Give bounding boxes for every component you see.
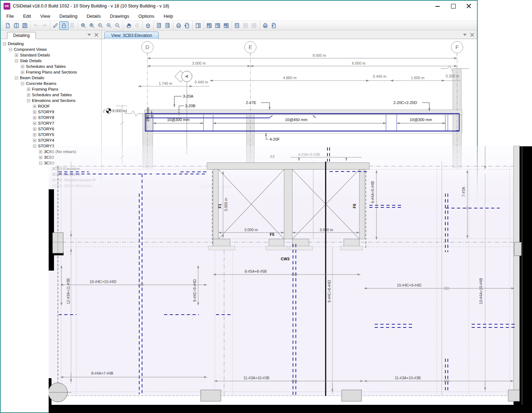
tree-item-story6[interactable]: +STORY6: [1, 126, 101, 132]
menu-drawings[interactable]: Drawings: [110, 13, 129, 19]
tree-item-elevations-sections[interactable]: −Elevations and Sections: [1, 98, 101, 103]
toggle-icon[interactable]: +: [27, 88, 30, 91]
panel-menu-caret-icon[interactable]: [87, 34, 91, 36]
save-button[interactable]: [21, 22, 29, 29]
redo-button[interactable]: [40, 22, 49, 29]
doc-previous-button[interactable]: [155, 22, 163, 29]
zoom-fit-button[interactable]: [88, 22, 96, 29]
close-icon[interactable]: [466, 4, 471, 9]
tree-item-standard-details[interactable]: +Standard Details: [1, 52, 101, 58]
minimize-icon[interactable]: [435, 4, 440, 9]
tree-item-story5[interactable]: +STORY5: [1, 132, 101, 137]
toggle-icon[interactable]: +: [33, 133, 36, 136]
menu-options[interactable]: Options: [139, 13, 154, 19]
toggle-icon[interactable]: +: [33, 116, 36, 119]
tree-item-roof[interactable]: +ROOF: [1, 103, 101, 109]
toggle-icon[interactable]: −: [21, 82, 24, 85]
toggle-icon[interactable]: −: [15, 76, 18, 80]
search-document-button[interactable]: [233, 22, 241, 29]
toggle-icon[interactable]: +: [21, 65, 24, 68]
dim-bay-right: 6.000 m: [352, 61, 365, 65]
tree-item-beam-details[interactable]: −Beam Details: [1, 75, 101, 81]
rotate-view-button[interactable]: [133, 22, 141, 29]
plan-window[interactable]: F2 4-#3A+3-#3B F1 3.000 m 3.000 m 3.000 …: [49, 146, 532, 413]
add-view-button[interactable]: [205, 22, 213, 29]
tree-item-detailing[interactable]: −Detailing: [1, 41, 101, 47]
dim-bottom-center: 11-#3A+10-#3B: [243, 376, 269, 380]
toggle-icon[interactable]: +: [39, 156, 42, 159]
menu-view[interactable]: View: [40, 13, 50, 19]
zoom-in-button[interactable]: [105, 22, 113, 29]
tree-item-schedules-tables-2[interactable]: +Schedules and Tables: [1, 92, 101, 98]
grid-bubble-d: D: [146, 44, 150, 50]
tree-label: Concrete Beams: [26, 81, 56, 86]
export-drawing-button[interactable]: [270, 22, 278, 29]
level-value: 9.000 m): [112, 109, 127, 113]
zoom-out-button[interactable]: [113, 22, 122, 29]
zoom-previous-button[interactable]: [96, 22, 105, 29]
toggle-icon[interactable]: +: [27, 93, 30, 97]
toggle-icon[interactable]: +: [15, 54, 18, 57]
frame-view-button[interactable]: [222, 22, 230, 29]
toggle-icon[interactable]: −: [39, 162, 42, 165]
toggle-icon[interactable]: −: [33, 145, 36, 148]
toggle-icon[interactable]: +: [21, 71, 24, 74]
menu-detailing[interactable]: Detailing: [59, 13, 77, 19]
toggle-icon[interactable]: +: [33, 122, 36, 125]
pan-hand-button[interactable]: [124, 22, 133, 29]
tree-item-story4[interactable]: +STORY4: [1, 137, 101, 143]
new-file-button[interactable]: [4, 22, 12, 29]
search-prev-button[interactable]: [241, 22, 250, 29]
toggle-icon[interactable]: +: [33, 110, 36, 114]
print-button[interactable]: [174, 22, 183, 29]
remove-view-button[interactable]: [213, 22, 222, 29]
tree-item-story8[interactable]: +STORY8: [1, 115, 101, 120]
tree-item-component-views[interactable]: −Component Views: [1, 47, 101, 52]
search-next-button[interactable]: [250, 22, 259, 29]
tree-label: Component Views: [14, 47, 47, 51]
toggle-icon[interactable]: −: [9, 48, 12, 51]
panel-close-icon[interactable]: [94, 33, 98, 37]
tree-item-story7[interactable]: +STORY7: [1, 120, 101, 126]
right-black-edge: [520, 146, 532, 413]
tree-item-concrete-beams[interactable]: −Concrete Beams: [1, 81, 101, 86]
menu-file[interactable]: File: [6, 13, 14, 19]
section-marker-letter: A: [185, 75, 189, 78]
toggle-icon[interactable]: +: [33, 139, 36, 142]
toggle-icon[interactable]: −: [15, 59, 18, 63]
view-menu-caret-icon[interactable]: [463, 34, 467, 36]
maximize-icon[interactable]: [451, 4, 456, 9]
lock-button[interactable]: [60, 22, 68, 29]
toggle-icon[interactable]: +: [33, 105, 36, 108]
tab-detailing[interactable]: Detailing: [7, 32, 36, 39]
print-drawing-button[interactable]: [261, 22, 270, 29]
page-setup-button[interactable]: [183, 22, 191, 29]
tree-item-slab-details[interactable]: −Slab Details: [1, 58, 101, 64]
axes-3d-button[interactable]: [144, 22, 152, 29]
toggle-icon[interactable]: +: [33, 127, 36, 131]
toggle-icon[interactable]: −: [3, 42, 6, 45]
zoom-window-button[interactable]: [79, 22, 88, 29]
menu-help[interactable]: Help: [164, 13, 173, 19]
section-cut-button[interactable]: [68, 22, 77, 29]
tree-item-schedules-tables[interactable]: +Schedules and Tables: [1, 64, 101, 69]
toggle-icon[interactable]: +: [39, 150, 42, 153]
detailing-panel-header: Detailing: [1, 31, 101, 39]
grid-bubbles: D E F: [142, 42, 463, 53]
menu-edit[interactable]: Edit: [23, 13, 31, 19]
tab-view-3cb3-elevation[interactable]: View: 3CB3:Elevation: [104, 32, 159, 39]
report-list-button[interactable]: [194, 22, 202, 29]
tree-item-story9[interactable]: +STORY9: [1, 109, 101, 115]
open-file-button[interactable]: [12, 22, 21, 29]
undo-button[interactable]: [32, 22, 40, 29]
zone-dim-1: 10@300 mm: [167, 118, 189, 122]
toggle-icon[interactable]: −: [27, 99, 30, 102]
tree-item-framing-plans-sections[interactable]: +Framing Plans and Sections: [1, 69, 101, 75]
draw-pencil-button[interactable]: [51, 22, 60, 29]
tree-label: Schedules and Tables: [26, 64, 66, 69]
tree-item-framing-plans[interactable]: +Framing Plans: [1, 86, 101, 92]
menu-details[interactable]: Details: [87, 13, 101, 19]
view-close-icon[interactable]: [470, 33, 474, 37]
callout-3-20b: 3-20B: [185, 104, 195, 108]
doc-next-button[interactable]: [163, 22, 172, 29]
